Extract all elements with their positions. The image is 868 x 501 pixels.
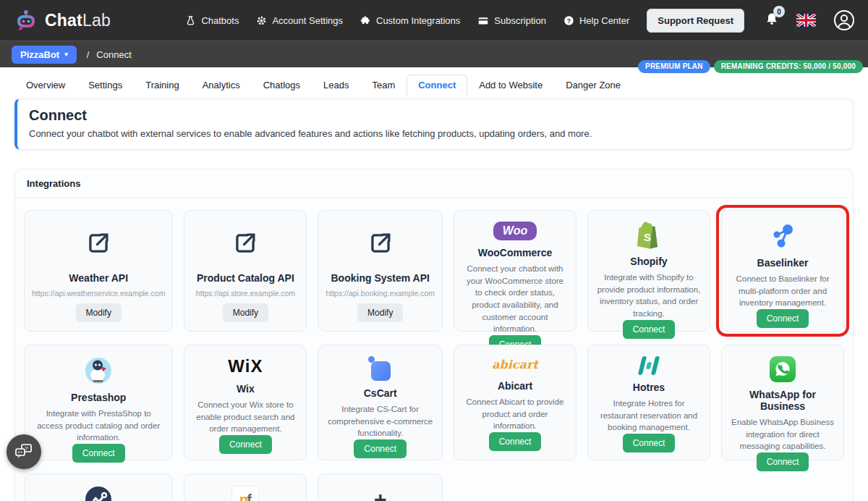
integration-name: WooCommerce (478, 247, 552, 258)
brand-lab: Lab (82, 11, 111, 30)
svg-text:?: ? (567, 17, 571, 24)
puzzle-icon (360, 15, 371, 26)
integration-description: Connect your Wix store to enable product… (192, 399, 299, 435)
integration-card-weather-api: Weather API https://api.weatherservice.e… (24, 210, 173, 332)
notification-count-badge: 0 (773, 6, 785, 17)
integration-name: Booking System API (331, 272, 430, 284)
shopify-logo: S (637, 222, 661, 249)
nav-help-center[interactable]: ? Help Center (563, 15, 629, 26)
svg-text:?: ? (25, 445, 28, 452)
main-content: Overview Settings Training Analytics Cha… (0, 67, 868, 501)
connect-button[interactable]: Connect (757, 452, 809, 471)
integration-card-prestashop: Prestashop Integrate with PrestaShop to … (24, 345, 173, 460)
modify-button[interactable]: Modify (357, 303, 403, 322)
breadcrumb-separator: / (87, 49, 90, 60)
support-request-button[interactable]: Support Request (647, 9, 744, 33)
help-circle-icon: ? (563, 15, 574, 26)
external-link-icon (85, 229, 112, 258)
tab-settings[interactable]: Settings (77, 75, 134, 96)
nav-label: Help Center (579, 15, 629, 26)
abicart-logo: abicart (492, 358, 538, 371)
integration-description: Connect Abicart to provide product and o… (461, 396, 569, 432)
brand-name: ChatLab (45, 11, 111, 30)
tab-overview[interactable]: Overview (14, 75, 77, 96)
integration-description: Integrate CS-Cart for comprehensive e-co… (326, 403, 435, 439)
connect-button[interactable]: Connect (72, 444, 125, 463)
chatlab-robot-icon (13, 7, 39, 33)
integration-description: Connect your chatbot with your WooCommer… (461, 263, 569, 335)
nav-custom-integrations[interactable]: Custom Integrations (360, 15, 460, 26)
connect-button[interactable]: Connect (219, 435, 272, 454)
integration-description: Integrate with PrestaShop to access prod… (32, 408, 165, 444)
nav-label: Subscription (494, 15, 546, 26)
integration-card-cscart: CsCart Integrate CS-Cart for comprehensi… (318, 345, 443, 460)
remaining-credits-badge: REMAINING CREDITS: 50,000 / 50,000 (714, 60, 863, 73)
nav-chatbots[interactable]: Chatbots (185, 15, 239, 26)
app-window: ChatLab Chatbots Account Settings Custom… (0, 0, 868, 501)
help-chat-launcher[interactable]: ? (7, 434, 41, 469)
integration-name: Weather API (69, 272, 128, 284)
uk-flag-language-icon[interactable] (796, 14, 816, 27)
premium-plan-badge: PREMIUM PLAN (638, 60, 710, 73)
tab-add-to-website[interactable]: Add to Website (467, 75, 554, 96)
tab-leads[interactable]: Leads (312, 75, 360, 96)
bot-name: PizzaBot (20, 49, 59, 60)
integration-card-whatsapp: WhatsApp for Business Enable WhatsApp Bu… (721, 345, 844, 460)
chatlab-logo[interactable]: ChatLab (13, 7, 111, 33)
integration-name: Wix (237, 383, 255, 395)
bot-tabs: Overview Settings Training Analytics Cha… (14, 75, 854, 96)
credit-card-icon (477, 15, 489, 26)
connect-button[interactable]: Connect (354, 439, 407, 458)
bot-selector-dropdown[interactable]: PizzaBot ▾ (12, 46, 77, 64)
woocommerce-logo: Woo (493, 222, 537, 240)
connect-button[interactable]: Connect (623, 434, 676, 452)
connect-button[interactable]: Connect (623, 320, 676, 339)
integrations-panel: Integrations Weather API https://api.wea… (14, 169, 854, 501)
flask-icon (185, 15, 196, 26)
integration-card-wix: WiX Wix Connect your Wix store to enable… (184, 345, 307, 460)
integration-card-product-catalog-api: Product Catalog API https://api.store.ex… (184, 210, 307, 332)
page-description: Connect your chatbot with external servi… (29, 128, 841, 139)
baselinker-logo (768, 222, 797, 250)
integration-description: Integrate Hotres for restaurant reservat… (595, 397, 702, 434)
nav-subscription[interactable]: Subscription (477, 15, 546, 26)
modify-button[interactable]: Modify (76, 303, 122, 322)
integration-card-hotres: Hotres Integrate Hotres for restaurant r… (587, 345, 710, 460)
modify-button[interactable]: Modify (223, 303, 268, 322)
integration-card-baselinker: Baselinker Connect to Baselinker for mul… (721, 210, 844, 332)
user-avatar-icon[interactable] (833, 9, 855, 31)
external-link-icon (231, 229, 259, 258)
integration-card-booking-system-api: Booking System API https://api.booking.e… (318, 210, 443, 332)
notifications-bell[interactable]: 0 (765, 11, 779, 30)
plan-badges: PREMIUM PLAN REMAINING CREDITS: 50,000 /… (638, 60, 863, 73)
breadcrumb: / Connect (87, 49, 132, 60)
integration-card-shopify: S Shopify Integrate with Shopify to prov… (587, 210, 710, 332)
nav-label: Chatbots (201, 15, 239, 26)
whatsapp-logo (770, 356, 796, 382)
tab-training[interactable]: Training (134, 75, 190, 96)
tab-team[interactable]: Team (360, 75, 407, 96)
connect-button[interactable]: Connect (757, 309, 809, 328)
add-custom-integration-card[interactable]: + New Custom API Integration (318, 473, 443, 501)
integration-card-abicart: abicart Abicart Connect Abicart to provi… (454, 345, 576, 460)
integration-name: Hotres (633, 382, 665, 393)
integration-name: Baselinker (757, 257, 809, 269)
integration-card-nfhotel: nf NfHotel (184, 473, 307, 501)
cscart-logo (368, 356, 393, 381)
nav-account-settings[interactable]: Account Settings (256, 15, 343, 26)
integrations-grid: Weather API https://api.weatherservice.e… (15, 198, 853, 501)
tab-danger-zone[interactable]: Danger Zone (554, 75, 632, 96)
integration-card-woocommerce: Woo WooCommerce Connect your chatbot wit… (454, 210, 576, 332)
integration-name: Abicart (498, 380, 532, 392)
svg-text:S: S (644, 231, 651, 243)
connect-button[interactable]: Connect (489, 432, 542, 451)
tab-chatlogs[interactable]: Chatlogs (252, 75, 312, 96)
integration-url: https://api.weatherservice.example.com (32, 289, 165, 298)
integration-url: https://api.store.example.com (196, 289, 295, 298)
tab-connect[interactable]: Connect (407, 75, 467, 96)
integration-name: Shopify (630, 256, 667, 267)
integration-description: Connect to Baselinker for multi-platform… (729, 273, 836, 309)
tab-analytics[interactable]: Analytics (191, 75, 252, 96)
page-title: Connect (29, 107, 841, 124)
thtg-logo (84, 485, 113, 501)
